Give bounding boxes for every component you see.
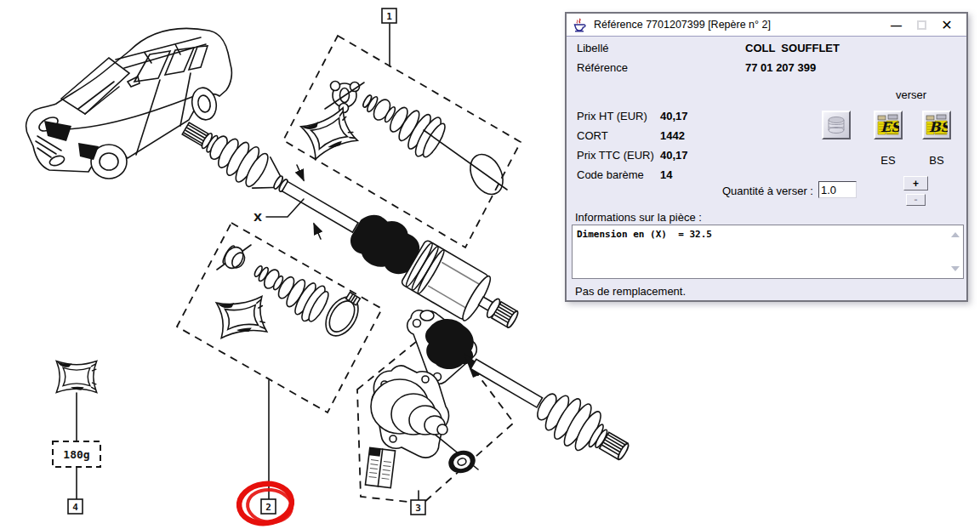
svg-text:BS: BS	[929, 119, 948, 135]
grease-packet-item4	[56, 361, 97, 393]
piece-info-label: Informations sur la pièce :	[575, 211, 702, 224]
piece-info-content: Dimension en (X) = 32.5	[577, 229, 712, 240]
dialog-title: Référence 7701207399 [Repère n° 2]	[594, 19, 771, 31]
vehicle-illustration	[26, 28, 232, 179]
verser-es-button[interactable]: ES	[874, 111, 903, 139]
cort-label: CORT	[577, 129, 608, 142]
prix-ttc-label: Prix TTC (EUR)	[577, 149, 654, 162]
prix-ttc-value: 40,17	[660, 149, 688, 162]
java-coffee-icon	[573, 18, 587, 32]
callout-4[interactable]: 4	[68, 499, 83, 514]
reference-label: Référence	[577, 61, 628, 74]
maximize-icon	[917, 20, 926, 30]
quantity-input[interactable]	[818, 181, 857, 198]
verser-section-label: verser	[896, 88, 926, 101]
kit3-instruction-booklet	[365, 447, 395, 487]
dialog-titlebar[interactable]: Référence 7701207399 [Repère n° 2] — ✕	[567, 14, 966, 37]
quantity-label: Quantité à verser :	[722, 185, 813, 197]
kit-box-2-outline	[177, 223, 382, 412]
verser-bs-button[interactable]: BS	[922, 111, 951, 139]
quantity-plus-button[interactable]: +	[903, 176, 928, 191]
es-icon: ES	[877, 114, 899, 136]
verser-disabled-button[interactable]	[822, 111, 851, 139]
kit2-cap	[217, 243, 251, 272]
dimension-x-label: X	[254, 211, 262, 224]
bs-label: BS	[922, 154, 951, 167]
callout-4-label: 4	[72, 502, 78, 513]
kit1-grease-packet	[301, 108, 357, 159]
cort-value: 1442	[660, 129, 685, 142]
callout-2-label: 2	[265, 502, 271, 513]
piece-info-textarea[interactable]: Dimension en (X) = 32.5	[572, 225, 964, 279]
application-window: X 180g 1 2 3 4	[0, 0, 980, 529]
driveshaft-right-illustration	[461, 344, 637, 474]
callout-3-label: 3	[415, 503, 421, 514]
minimize-button[interactable]: —	[883, 15, 909, 34]
coins-disabled-icon	[825, 114, 847, 136]
callout-1[interactable]: 1	[382, 9, 396, 23]
code-bareme-label: Code barème	[577, 168, 644, 181]
scroll-up-icon[interactable]	[951, 232, 960, 237]
callout-2[interactable]: 2	[261, 499, 276, 514]
libelle-label: Libellé	[577, 42, 609, 54]
callout-lines	[77, 24, 419, 500]
kit1-spider-joint	[325, 82, 364, 113]
kit2-grease-packet	[216, 296, 266, 338]
weight-box: 180g	[53, 441, 100, 467]
close-button[interactable]: ✕	[934, 15, 960, 34]
es-label: ES	[874, 154, 903, 167]
callout-1-label: 1	[386, 11, 392, 22]
reference-dialog: Référence 7701207399 [Repère n° 2] — ✕ L…	[565, 12, 968, 302]
bs-icon: BS	[926, 114, 948, 136]
reference-value: 77 01 207 399	[745, 61, 816, 74]
maximize-button[interactable]	[909, 15, 934, 34]
code-bareme-value: 14	[660, 168, 672, 181]
svg-text:ES: ES	[880, 119, 899, 135]
replacement-status: Pas de remplacement.	[575, 285, 686, 298]
libelle-value: COLL SOUFFLET	[745, 42, 840, 54]
prix-ht-value: 40,17	[660, 110, 688, 122]
prix-ht-label: Prix HT (EUR)	[577, 110, 647, 122]
quantity-minus-button[interactable]: -	[906, 194, 926, 206]
weight-label: 180g	[63, 448, 89, 461]
kit3-seal-ring	[446, 447, 478, 477]
scroll-down-icon[interactable]	[951, 266, 960, 271]
callout-3[interactable]: 3	[411, 500, 425, 515]
